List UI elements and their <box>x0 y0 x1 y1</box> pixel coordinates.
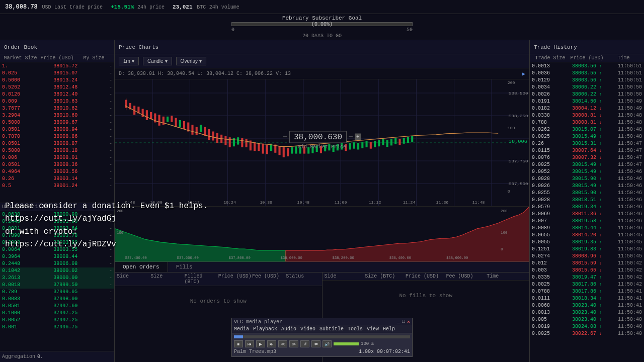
mp-mute-btn[interactable]: 🔊 <box>323 340 332 347</box>
th-row: 0.0255 38015.90 ↑ 11:50:46 <box>530 189 644 196</box>
mp-title-bar: VLC media player _ □ ✕ <box>232 318 412 325</box>
mp-menu-item[interactable]: Audio <box>281 326 296 332</box>
svg-text:$38,600.00: $38,600.00 <box>446 255 468 259</box>
mp-menu-item[interactable]: Tools <box>348 326 363 332</box>
media-player: VLC media player _ □ ✕ MediaPlaybackAudi… <box>231 318 413 357</box>
svg-rect-44 <box>208 129 210 140</box>
depth-chart-svg: $37,400.00 $37,600.00 $37,800.00 $38,000… <box>115 207 529 261</box>
mp-stop-btn[interactable]: ■ <box>234 340 243 347</box>
mp-menu-item[interactable]: Subtitle <box>319 326 344 332</box>
ob-ask-row: 0.5262 38012.48 - <box>0 83 114 90</box>
mp-close-btn[interactable]: ✕ <box>407 319 410 325</box>
svg-rect-41 <box>196 127 198 135</box>
mp-shuffle-btn[interactable]: ⇄ <box>311 340 320 347</box>
th-row: 0.0025 38022.67 ↓ 11:50:40 <box>530 330 644 337</box>
mp-menu-item[interactable]: Video <box>300 326 315 332</box>
svg-text:$37,750: $37,750 <box>509 159 528 163</box>
svg-text:100: 100 <box>117 231 123 235</box>
ob-bid-row: 0.0083 37998.00 - <box>0 296 114 303</box>
svg-text:38,006: 38,006 <box>509 139 527 144</box>
ob-bid-row: 0.0501 37997.60 - <box>0 303 114 310</box>
svg-rect-84 <box>374 141 376 147</box>
mp-loop-btn[interactable]: ↺ <box>300 340 309 347</box>
mp-maximize-btn[interactable]: □ <box>402 319 405 325</box>
th-row: 0.0019 38024.08 ↑ 11:50:40 <box>530 323 644 330</box>
overlay-btn[interactable]: Overlay ▾ <box>176 57 206 65</box>
mp-faster-btn[interactable]: ≫ <box>289 340 298 347</box>
svg-text:$38,500: $38,500 <box>509 91 528 96</box>
svg-rect-32 <box>158 115 160 126</box>
mp-menu-item[interactable]: Help <box>383 326 395 332</box>
th-row: 0.0579 38019.34 ↑ 11:50:46 <box>530 203 644 210</box>
th-col-price: Price (USD) <box>569 55 605 61</box>
svg-text:11:36: 11:36 <box>436 201 449 205</box>
tab-fills[interactable]: Fills <box>168 262 201 272</box>
fills-empty: No fills to show <box>323 281 530 311</box>
bp-tabs: Open Orders Fills <box>115 262 529 273</box>
svg-rect-38 <box>183 121 185 129</box>
svg-rect-53 <box>246 139 248 147</box>
ob-bid-row: 0.1042 38000.02 - <box>0 267 114 275</box>
th-row: 0.0026 38015.49 ↑ 11:50:46 <box>530 182 644 189</box>
mp-menu-item[interactable]: Playback <box>253 326 277 332</box>
mp-next-btn[interactable]: ⏭ <box>267 340 276 347</box>
th-row: 0.0788 38017.86 ↑ 11:50:41 <box>530 288 644 295</box>
svg-rect-52 <box>241 138 243 147</box>
mp-prev-btn[interactable]: ⏮ <box>245 340 254 347</box>
chart-expand-btn[interactable]: ▶ <box>522 71 525 77</box>
bp-col-header: Side <box>117 274 150 285</box>
svg-text:10:12: 10:12 <box>187 201 200 205</box>
th-row: 0.0068 38023.40 ↑ 11:50:41 <box>530 302 644 309</box>
svg-rect-49 <box>229 137 231 147</box>
chart-type-btn[interactable]: Candle ▾ <box>143 57 172 65</box>
mp-menu-item[interactable]: View <box>367 326 379 332</box>
svg-rect-28 <box>142 109 144 117</box>
svg-rect-92 <box>407 137 409 143</box>
add-price-btn[interactable]: + <box>355 134 361 140</box>
mp-menu-item[interactable]: Media <box>234 326 249 332</box>
svg-rect-87 <box>386 140 388 147</box>
svg-text:200: 200 <box>508 81 515 84</box>
order-book-header: Order Book <box>0 40 114 54</box>
th-col-time: Time <box>605 55 642 61</box>
fills-col-headers: SideSize (BTC)Price (USD)Fee (USD)Time <box>323 273 530 281</box>
ob-bid-row: 0.789 37999.05 - <box>0 289 114 296</box>
th-row: 0.0338 38008.81 ↓ 11:50:48 <box>530 112 644 119</box>
bp-col-header: Filled (BTC) <box>185 274 218 285</box>
timeframe-btn[interactable]: 1m ▾ <box>119 57 139 65</box>
mp-vol-bar[interactable] <box>334 342 359 345</box>
current-price: 38,008.78 USD Last trade price <box>5 4 103 11</box>
bp-col-header: Fee (USD) <box>252 274 286 285</box>
svg-text:9:48: 9:48 <box>125 201 135 205</box>
goal-labels: 0 50 <box>231 27 413 33</box>
th-col-headers: Trade Size Price (USD) Time <box>530 54 644 62</box>
th-row: 0.0026 38006.22 ↑ 11:50:50 <box>530 90 644 98</box>
ob-col-market-size: Market Size <box>2 55 39 61</box>
mp-total-time: % <box>371 341 373 346</box>
mp-slower-btn[interactable]: ≪ <box>278 340 287 347</box>
mp-minimize-btn[interactable]: _ <box>397 319 400 325</box>
bp-col-header: Size (BTC) <box>365 274 406 279</box>
th-row: 0.788 38008.81 ↓ 11:50:48 <box>530 119 644 126</box>
ob-ask-row: 0.0501 38008.87 - <box>0 140 114 147</box>
th-row: 0.0028 38018.51 ↑ 11:50:46 <box>530 196 644 203</box>
svg-rect-58 <box>266 145 268 154</box>
th-rows: 0.0013 38003.56 ↑ 11:50:51 0.0036 38003.… <box>530 62 644 362</box>
th-row: 0.0191 38014.50 ↑ 11:50:49 <box>530 98 644 105</box>
svg-text:$38,200.00: $38,200.00 <box>333 255 354 259</box>
ob-ask-row: 0.0126 38012.40 - <box>0 90 114 98</box>
th-row: 0.003 38015.65 ↓ 11:50:42 <box>530 266 644 274</box>
open-orders-empty: No orders to show <box>115 286 322 316</box>
th-row: 0.0262 38015.07 ↑ 11:50:48 <box>530 126 644 133</box>
svg-rect-88 <box>390 139 392 146</box>
tab-open-orders[interactable]: Open Orders <box>115 262 168 272</box>
mp-progress-bar[interactable] <box>234 335 410 338</box>
svg-text:10:36: 10:36 <box>260 201 272 205</box>
svg-text:11:12: 11:12 <box>369 201 381 205</box>
bp-col-header: Price (USD) <box>406 274 446 279</box>
mp-play-btn[interactable]: ▶ <box>256 340 265 347</box>
svg-rect-51 <box>237 137 239 144</box>
order-book-panel: Order Book Market Size Price (USD) My Si… <box>0 40 115 362</box>
mp-window-title: VLC media player <box>234 319 282 325</box>
svg-text:0: 0 <box>501 247 503 251</box>
